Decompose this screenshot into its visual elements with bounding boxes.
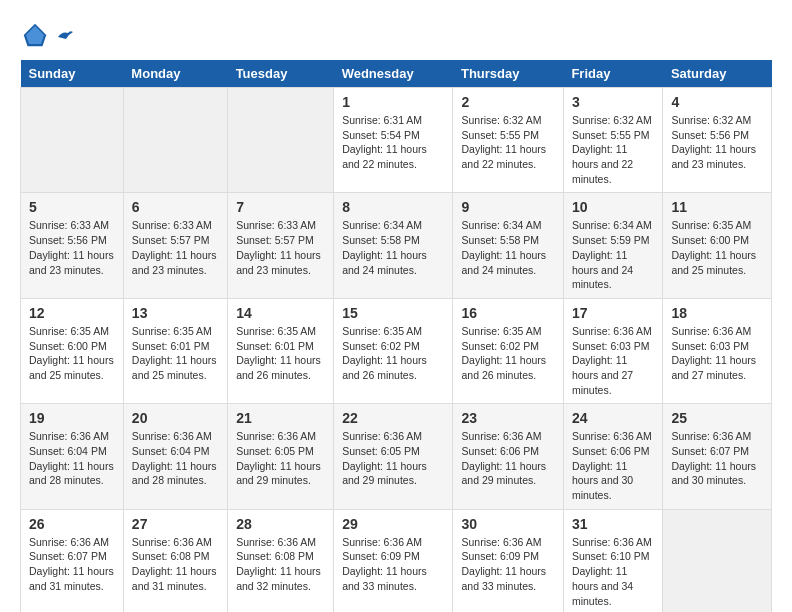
day-number: 27 [132,516,219,532]
day-content: Sunrise: 6:32 AM Sunset: 5:55 PM Dayligh… [461,113,554,172]
day-content: Sunrise: 6:36 AM Sunset: 6:10 PM Dayligh… [572,535,655,608]
calendar-cell: 14Sunrise: 6:35 AM Sunset: 6:01 PM Dayli… [228,298,334,403]
day-number: 17 [572,305,655,321]
day-content: Sunrise: 6:35 AM Sunset: 6:00 PM Dayligh… [671,218,763,277]
day-number: 20 [132,410,219,426]
day-number: 8 [342,199,444,215]
calendar-header-row: SundayMondayTuesdayWednesdayThursdayFrid… [21,60,772,88]
logo-bird-icon [56,27,74,45]
day-content: Sunrise: 6:32 AM Sunset: 5:56 PM Dayligh… [671,113,763,172]
svg-marker-1 [26,26,44,44]
day-number: 26 [29,516,115,532]
calendar-cell: 23Sunrise: 6:36 AM Sunset: 6:06 PM Dayli… [453,404,563,509]
day-content: Sunrise: 6:33 AM Sunset: 5:57 PM Dayligh… [132,218,219,277]
day-content: Sunrise: 6:36 AM Sunset: 6:04 PM Dayligh… [132,429,219,488]
calendar-cell: 30Sunrise: 6:36 AM Sunset: 6:09 PM Dayli… [453,509,563,612]
day-number: 4 [671,94,763,110]
calendar-cell [123,88,227,193]
day-content: Sunrise: 6:35 AM Sunset: 6:01 PM Dayligh… [132,324,219,383]
calendar-cell [228,88,334,193]
calendar-cell: 21Sunrise: 6:36 AM Sunset: 6:05 PM Dayli… [228,404,334,509]
calendar-week-row: 12Sunrise: 6:35 AM Sunset: 6:00 PM Dayli… [21,298,772,403]
calendar-cell: 6Sunrise: 6:33 AM Sunset: 5:57 PM Daylig… [123,193,227,298]
day-content: Sunrise: 6:33 AM Sunset: 5:57 PM Dayligh… [236,218,325,277]
header-monday: Monday [123,60,227,88]
calendar-cell: 29Sunrise: 6:36 AM Sunset: 6:09 PM Dayli… [334,509,453,612]
calendar-cell: 16Sunrise: 6:35 AM Sunset: 6:02 PM Dayli… [453,298,563,403]
day-content: Sunrise: 6:36 AM Sunset: 6:04 PM Dayligh… [29,429,115,488]
day-number: 31 [572,516,655,532]
day-number: 3 [572,94,655,110]
day-content: Sunrise: 6:32 AM Sunset: 5:55 PM Dayligh… [572,113,655,186]
day-number: 7 [236,199,325,215]
calendar-cell: 9Sunrise: 6:34 AM Sunset: 5:58 PM Daylig… [453,193,563,298]
day-content: Sunrise: 6:34 AM Sunset: 5:58 PM Dayligh… [461,218,554,277]
day-content: Sunrise: 6:34 AM Sunset: 5:58 PM Dayligh… [342,218,444,277]
day-number: 9 [461,199,554,215]
day-content: Sunrise: 6:31 AM Sunset: 5:54 PM Dayligh… [342,113,444,172]
day-number: 2 [461,94,554,110]
header-saturday: Saturday [663,60,772,88]
calendar-week-row: 5Sunrise: 6:33 AM Sunset: 5:56 PM Daylig… [21,193,772,298]
day-content: Sunrise: 6:35 AM Sunset: 6:00 PM Dayligh… [29,324,115,383]
day-content: Sunrise: 6:36 AM Sunset: 6:03 PM Dayligh… [671,324,763,383]
calendar-week-row: 26Sunrise: 6:36 AM Sunset: 6:07 PM Dayli… [21,509,772,612]
header-tuesday: Tuesday [228,60,334,88]
day-number: 28 [236,516,325,532]
day-number: 5 [29,199,115,215]
calendar-cell [21,88,124,193]
day-content: Sunrise: 6:36 AM Sunset: 6:05 PM Dayligh… [236,429,325,488]
header-friday: Friday [563,60,663,88]
calendar-cell: 3Sunrise: 6:32 AM Sunset: 5:55 PM Daylig… [563,88,663,193]
day-number: 1 [342,94,444,110]
day-content: Sunrise: 6:36 AM Sunset: 6:07 PM Dayligh… [671,429,763,488]
calendar-cell: 28Sunrise: 6:36 AM Sunset: 6:08 PM Dayli… [228,509,334,612]
day-number: 21 [236,410,325,426]
calendar-cell: 26Sunrise: 6:36 AM Sunset: 6:07 PM Dayli… [21,509,124,612]
calendar-cell: 4Sunrise: 6:32 AM Sunset: 5:56 PM Daylig… [663,88,772,193]
day-content: Sunrise: 6:33 AM Sunset: 5:56 PM Dayligh… [29,218,115,277]
day-number: 29 [342,516,444,532]
calendar-cell: 2Sunrise: 6:32 AM Sunset: 5:55 PM Daylig… [453,88,563,193]
day-content: Sunrise: 6:35 AM Sunset: 6:02 PM Dayligh… [342,324,444,383]
calendar-cell: 20Sunrise: 6:36 AM Sunset: 6:04 PM Dayli… [123,404,227,509]
day-content: Sunrise: 6:36 AM Sunset: 6:06 PM Dayligh… [572,429,655,502]
calendar-cell: 15Sunrise: 6:35 AM Sunset: 6:02 PM Dayli… [334,298,453,403]
day-content: Sunrise: 6:34 AM Sunset: 5:59 PM Dayligh… [572,218,655,291]
calendar-cell: 18Sunrise: 6:36 AM Sunset: 6:03 PM Dayli… [663,298,772,403]
day-content: Sunrise: 6:36 AM Sunset: 6:03 PM Dayligh… [572,324,655,397]
day-number: 12 [29,305,115,321]
day-content: Sunrise: 6:36 AM Sunset: 6:08 PM Dayligh… [132,535,219,594]
day-number: 14 [236,305,325,321]
calendar-cell: 7Sunrise: 6:33 AM Sunset: 5:57 PM Daylig… [228,193,334,298]
calendar-cell: 19Sunrise: 6:36 AM Sunset: 6:04 PM Dayli… [21,404,124,509]
day-number: 18 [671,305,763,321]
day-number: 11 [671,199,763,215]
logo-icon [20,20,50,50]
header-wednesday: Wednesday [334,60,453,88]
calendar-cell: 11Sunrise: 6:35 AM Sunset: 6:00 PM Dayli… [663,193,772,298]
day-content: Sunrise: 6:36 AM Sunset: 6:08 PM Dayligh… [236,535,325,594]
day-content: Sunrise: 6:36 AM Sunset: 6:09 PM Dayligh… [461,535,554,594]
day-content: Sunrise: 6:36 AM Sunset: 6:05 PM Dayligh… [342,429,444,488]
calendar-cell: 24Sunrise: 6:36 AM Sunset: 6:06 PM Dayli… [563,404,663,509]
calendar-week-row: 1Sunrise: 6:31 AM Sunset: 5:54 PM Daylig… [21,88,772,193]
day-number: 30 [461,516,554,532]
calendar-cell: 17Sunrise: 6:36 AM Sunset: 6:03 PM Dayli… [563,298,663,403]
day-number: 25 [671,410,763,426]
calendar-cell: 10Sunrise: 6:34 AM Sunset: 5:59 PM Dayli… [563,193,663,298]
day-number: 23 [461,410,554,426]
day-content: Sunrise: 6:36 AM Sunset: 6:07 PM Dayligh… [29,535,115,594]
header-sunday: Sunday [21,60,124,88]
day-content: Sunrise: 6:35 AM Sunset: 6:01 PM Dayligh… [236,324,325,383]
day-content: Sunrise: 6:35 AM Sunset: 6:02 PM Dayligh… [461,324,554,383]
day-content: Sunrise: 6:36 AM Sunset: 6:06 PM Dayligh… [461,429,554,488]
day-number: 15 [342,305,444,321]
calendar-cell: 1Sunrise: 6:31 AM Sunset: 5:54 PM Daylig… [334,88,453,193]
logo [20,20,74,50]
calendar-week-row: 19Sunrise: 6:36 AM Sunset: 6:04 PM Dayli… [21,404,772,509]
day-number: 19 [29,410,115,426]
calendar-cell: 25Sunrise: 6:36 AM Sunset: 6:07 PM Dayli… [663,404,772,509]
day-number: 16 [461,305,554,321]
day-number: 13 [132,305,219,321]
